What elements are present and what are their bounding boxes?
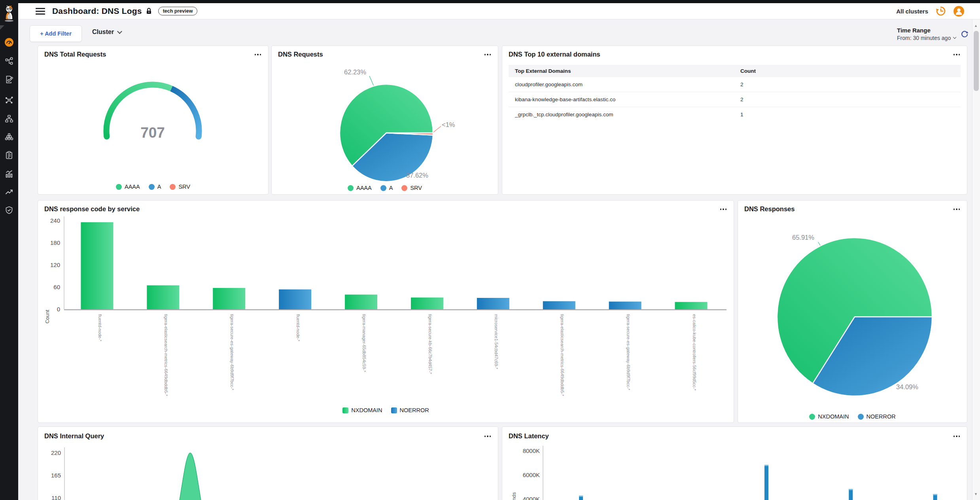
gauge-chart: 707	[38, 46, 268, 180]
legend-swatch	[116, 184, 122, 190]
endpoints-molecule-icon	[5, 96, 13, 104]
svg-text:4000K: 4000K	[523, 496, 540, 500]
count-cell: 1	[740, 112, 819, 117]
slice-label: 34.09%	[896, 383, 918, 391]
legend-swatch	[149, 184, 155, 190]
slice-label: 62.23%	[344, 68, 366, 76]
refresh-icon[interactable]	[960, 30, 969, 39]
sidebar-item-policies[interactable]	[5, 75, 13, 84]
chevron-down-icon	[117, 29, 122, 34]
bar-chart: 060120180240fluentd-node-*tigera-elastic…	[38, 201, 734, 422]
panel-dns-response-code: DNS response code by service Count 06012…	[38, 200, 734, 423]
area-chart: 220165110	[38, 427, 498, 500]
legend-item: NXDOMAIN	[809, 413, 849, 420]
domain-cell: cloudprofiler.googleapis.com	[509, 81, 740, 87]
svg-text:8000K: 8000K	[523, 447, 540, 454]
panel-dns-total-requests: DNS Total Requests 707 AAAA A SRV	[38, 45, 269, 195]
sidebar-item-clusters[interactable]	[5, 133, 13, 141]
legend: AAAA A SRV	[38, 184, 268, 190]
legend-item: AAAA	[116, 184, 140, 190]
panel-menu-icon[interactable]	[952, 52, 962, 57]
header: Dashboard: DNS Logs tech preview All clu…	[18, 3, 980, 19]
top-strip	[0, 0, 980, 3]
svg-text:0: 0	[57, 306, 60, 312]
column-header: Count	[740, 68, 819, 74]
svg-text:60: 60	[53, 284, 60, 290]
legend-item: A	[380, 185, 393, 191]
pie-chart	[272, 46, 498, 194]
user-avatar[interactable]	[954, 6, 964, 17]
time-range-label: Time Range	[897, 27, 956, 34]
svg-text:220: 220	[51, 449, 61, 456]
slice-label: 37.62%	[406, 172, 428, 179]
sidebar-item-service-graph[interactable]	[5, 57, 13, 65]
vertical-scrollbar[interactable]: ▲ ▼	[972, 3, 980, 500]
compliance-clipboard-icon	[5, 151, 13, 159]
legend-item: SRV	[401, 185, 422, 191]
sidebar	[0, 0, 18, 500]
table-header-row: Top External Domains Count	[509, 65, 961, 77]
sidebar-item-alerts[interactable]	[5, 188, 13, 196]
legend-swatch	[348, 185, 354, 191]
domains-table: Top External Domains Count cloudprofiler…	[509, 65, 961, 122]
cluster-dropdown-label: Cluster	[92, 28, 114, 36]
sidebar-item-timeline[interactable]	[5, 169, 13, 178]
legend: AAAA A SRV	[272, 185, 498, 191]
cluster-nodes-icon	[5, 133, 13, 141]
column-header: Top External Domains	[509, 68, 740, 74]
calico-logo[interactable]	[1, 4, 17, 22]
tech-preview-badge: tech preview	[158, 7, 198, 15]
count-cell: 2	[740, 97, 819, 102]
gauge-dashboard-icon	[5, 38, 13, 47]
svg-text:240: 240	[50, 217, 60, 224]
svg-text:es-calico-kube-controllers-56c: es-calico-kube-controllers-56cf99d5cc-*	[692, 314, 697, 391]
add-filter-button[interactable]: + Add Filter	[30, 25, 82, 42]
legend: NXDOMAIN NOERROR	[738, 413, 967, 420]
timeline-chart-icon	[5, 169, 13, 178]
domain-cell: kibana-knowledge-base-artifacts.elastic.…	[509, 97, 740, 102]
panel-dns-latency: DNS Latency Nanoseconds 8000K6000K4000K	[502, 426, 967, 500]
svg-text:tigera-elasticsearch-metrics-6: tigera-elasticsearch-metrics-6649dbddb5-…	[560, 314, 565, 396]
legend-item: NXDOMAIN	[342, 407, 382, 413]
sidebar-item-threat-defense[interactable]	[5, 206, 13, 214]
panel-dns-responses: DNS Responses 65.91% 34.09% NXDOMAIN NOE…	[738, 200, 967, 423]
legend-swatch	[809, 414, 815, 420]
svg-text:microservice1-54cbd47c69-*: microservice1-54cbd47c69-*	[494, 314, 499, 369]
calico-cat-icon	[1, 4, 17, 22]
hamburger-menu-icon[interactable]	[36, 6, 45, 16]
legend-item: NOERROR	[858, 413, 896, 420]
legend-swatch	[342, 407, 348, 413]
sidebar-notch	[0, 25, 4, 30]
sidebar-item-compliance[interactable]	[5, 151, 13, 159]
time-range-value[interactable]: From: 30 minutes ago	[897, 35, 956, 41]
legend-item: A	[149, 184, 161, 190]
svg-text:6000K: 6000K	[523, 472, 540, 478]
svg-text:120: 120	[50, 261, 60, 268]
lock-icon	[146, 8, 152, 15]
scroll-down-icon[interactable]: ▼	[974, 492, 978, 496]
history-icon[interactable]	[935, 6, 946, 17]
sidebar-item-dashboards[interactable]	[5, 38, 13, 47]
legend-swatch	[401, 185, 407, 191]
legend-swatch	[391, 407, 397, 413]
slice-label: <1%	[442, 121, 455, 129]
svg-text:110: 110	[51, 494, 61, 500]
service-graph-icon	[5, 57, 13, 65]
svg-text:tigera-secure-kb-66c7b4d457-*: tigera-secure-kb-66c7b4d457-*	[428, 314, 433, 374]
cluster-scope-label[interactable]: All clusters	[896, 8, 928, 15]
scroll-up-icon[interactable]: ▲	[974, 24, 978, 28]
cluster-dropdown[interactable]: Cluster	[92, 28, 121, 36]
legend-item: NOERROR	[391, 407, 429, 413]
sidebar-item-network[interactable]	[5, 114, 13, 123]
pie-chart	[738, 201, 967, 422]
gauge-value: 707	[140, 125, 165, 141]
page-title: Dashboard: DNS Logs	[52, 6, 142, 16]
scrollbar-thumb[interactable]	[974, 31, 979, 91]
table-row: cloudprofiler.googleapis.com 2	[509, 77, 961, 92]
legend-swatch	[858, 414, 864, 420]
sidebar-item-endpoints[interactable]	[5, 96, 13, 104]
svg-text:tigera-manager-65db854c59-*: tigera-manager-65db854c59-*	[362, 314, 367, 372]
area-spike	[172, 453, 208, 500]
count-cell: 2	[740, 81, 819, 87]
trend-arrow-icon	[5, 188, 13, 196]
